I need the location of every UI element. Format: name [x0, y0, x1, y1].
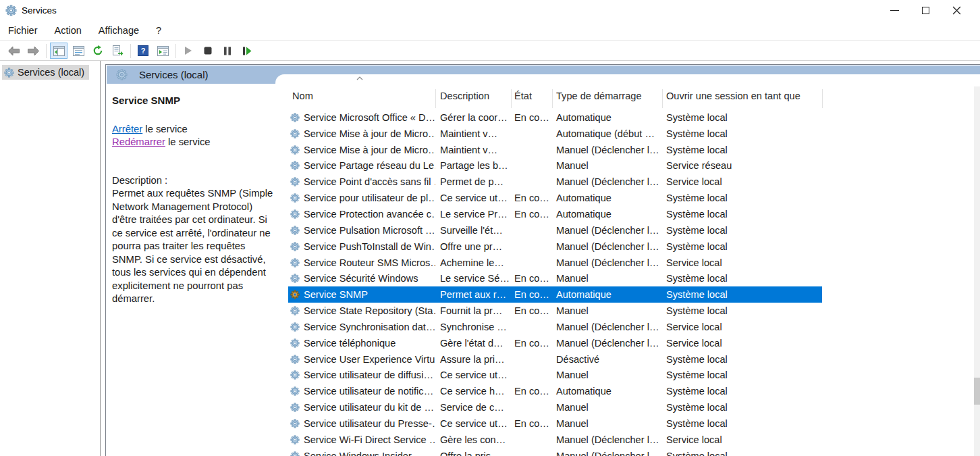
restart-service-icon [242, 47, 252, 55]
tree-item-services-local[interactable]: Services (local) [2, 65, 89, 80]
services-list-view: Nom Description État Type de démarrage O… [275, 74, 980, 456]
table-row[interactable]: Service utilisateur de notific… Ce servi… [288, 383, 822, 399]
restart-service-button[interactable] [238, 43, 256, 59]
refresh-button[interactable] [89, 43, 107, 59]
close-button[interactable] [941, 0, 972, 20]
service-logon-as: Système local [662, 273, 822, 284]
table-row[interactable]: Service utilisateur du kit de … Service … [288, 399, 822, 415]
service-gear-icon [290, 258, 300, 268]
table-row[interactable]: Service téléphonique Gère l'état d… En c… [288, 335, 822, 351]
stop-link-suffix: le service [142, 124, 188, 134]
table-row[interactable]: Service Microsoft Office « D… Gérer la c… [288, 109, 822, 126]
column-header-type-demarrage[interactable]: Type de démarrage [556, 91, 642, 101]
properties-icon [73, 46, 84, 56]
table-row[interactable]: Service User Experience Virtu… Assure la… [288, 351, 822, 368]
help-button[interactable]: ? [134, 43, 152, 59]
service-startup-type: Manuel (Déclencher l… [552, 145, 662, 155]
console-tree-icon [53, 46, 65, 56]
service-logon-as: Système local [662, 193, 822, 203]
service-logon-as: Service local [662, 338, 822, 349]
service-description: Synchronise … [435, 322, 511, 332]
service-gear-icon [290, 177, 300, 186]
service-startup-type: Manuel (Déclencher l… [552, 451, 662, 456]
column-header-etat[interactable]: État [514, 91, 532, 101]
title-bar: Services [0, 0, 980, 20]
export-list-button[interactable] [109, 43, 126, 59]
table-row[interactable]: Service PushToInstall de Win… Offre une … [288, 238, 822, 255]
column-separator[interactable] [662, 89, 663, 108]
service-startup-type: Manuel [552, 273, 662, 284]
service-description: Fournit la pr… [435, 305, 511, 316]
column-header-ouvrir-session[interactable]: Ouvrir une session en tant que [666, 91, 800, 101]
service-description: Surveille l'ét… [435, 225, 511, 236]
service-logon-as: Système local [662, 128, 822, 139]
menu-action[interactable]: Action [53, 24, 83, 37]
table-row[interactable]: Service Pulsation Microsoft … Surveille … [288, 222, 822, 238]
menu-help[interactable]: ? [155, 24, 163, 37]
table-row[interactable]: Service utilisateur de diffusi… Ce servi… [288, 368, 822, 384]
service-logon-as: Système local [662, 386, 822, 397]
table-row[interactable]: Service SNMP Permet aux r… En co… Automa… [288, 286, 822, 303]
table-row[interactable]: Service Synchronisation dat… Synchronise… [288, 319, 822, 335]
service-gear-icon [290, 145, 300, 155]
column-header-nom[interactable]: Nom [292, 91, 313, 101]
service-gear-icon [290, 209, 300, 219]
menu-fichier[interactable]: Fichier [7, 24, 39, 37]
service-name: Service PushToInstall de Win… [304, 241, 435, 252]
service-startup-type: Manuel (Déclencher l… [552, 322, 662, 332]
stop-service-link[interactable]: Arrêter [112, 124, 142, 134]
table-row[interactable]: Service pour utilisateur de pl… Ce servi… [288, 190, 822, 206]
extended-view-button[interactable] [154, 43, 171, 59]
column-header-description[interactable]: Description [440, 91, 489, 101]
service-logon-as: Système local [662, 402, 822, 413]
table-row[interactable]: Service Mise à jour de Micro… Maintient … [288, 126, 822, 142]
service-logon-as: Système local [662, 145, 822, 155]
service-description: Le service Sé… [435, 273, 511, 284]
table-row[interactable]: Service Protection avancée c… Le service… [288, 206, 822, 222]
service-state: En co… [511, 273, 552, 284]
table-row[interactable]: Service Point d'accès sans fil … Permet … [288, 174, 822, 190]
service-rows: Service Microsoft Office « D… Gérer la c… [275, 109, 974, 456]
stop-service-button[interactable] [199, 43, 217, 59]
table-row[interactable]: Service State Repository (Sta… Fournit l… [288, 303, 822, 319]
forward-button[interactable] [24, 43, 42, 59]
table-row[interactable]: Service Routeur SMS Micros… Achemine le…… [288, 255, 822, 271]
export-list-icon [112, 45, 124, 56]
start-service-button[interactable] [180, 43, 197, 59]
restart-service-link[interactable]: Redémarrer [112, 136, 165, 147]
table-row[interactable]: Service Wi-Fi Direct Service … Gère les … [288, 432, 822, 448]
menu-affichage[interactable]: Affichage [97, 24, 140, 37]
table-row[interactable]: Service Sécurité Windows Le service Sé… … [288, 270, 822, 286]
vertical-scrollbar[interactable] [974, 86, 980, 456]
service-logon-as: Service local [662, 257, 822, 268]
service-name: Service Mise à jour de Micro… [304, 145, 435, 155]
column-separator[interactable] [822, 89, 823, 108]
scrollbar-thumb[interactable] [974, 378, 980, 405]
service-state: En co… [511, 338, 552, 349]
minimize-icon [890, 10, 899, 11]
maximize-button[interactable] [910, 0, 941, 20]
column-separator[interactable] [552, 89, 553, 108]
back-button[interactable] [5, 43, 22, 59]
service-description: Le service Pr… [435, 209, 511, 220]
minimize-button[interactable] [879, 0, 910, 20]
restart-link-suffix: le service [165, 136, 211, 147]
service-name: Service téléphonique [304, 338, 396, 349]
service-gear-icon [290, 193, 300, 203]
service-name: Service Wi-Fi Direct Service … [304, 434, 435, 445]
service-startup-type: Manuel (Déclencher l… [552, 225, 662, 236]
service-description: Achemine le… [435, 257, 511, 268]
properties-button[interactable] [70, 43, 87, 59]
table-row[interactable]: Service utilisateur du Presse-… Ce servi… [288, 415, 822, 432]
column-separator[interactable] [435, 89, 436, 108]
table-row[interactable]: Service Windows Insider Offre la pris… M… [288, 448, 822, 456]
service-gear-icon [290, 419, 300, 428]
service-description-block: Description : Permet aux requêtes SNMP (… [112, 174, 277, 306]
show-console-tree-button[interactable] [50, 43, 67, 59]
services-app-icon [5, 5, 17, 16]
table-row[interactable]: Service Partage réseau du Le… Partage le… [288, 158, 822, 174]
pause-service-button[interactable] [219, 43, 236, 59]
column-separator[interactable] [511, 89, 512, 108]
table-row[interactable]: Service Mise à jour de Micro… Maintient … [288, 142, 822, 158]
services-gear-icon [4, 68, 14, 78]
